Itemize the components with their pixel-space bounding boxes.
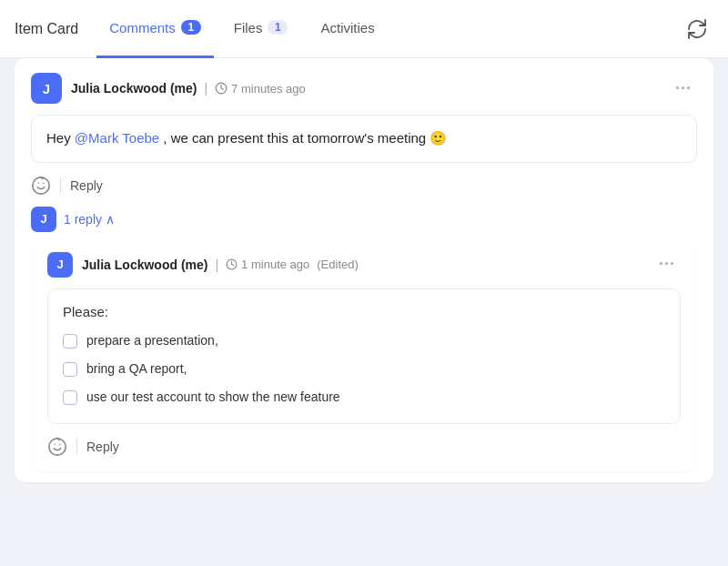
checkbox-1[interactable]: [63, 334, 77, 349]
more-options-button-r1[interactable]: ···: [653, 253, 681, 276]
reply-message-1: Please: prepare a presentation, bring a …: [47, 288, 681, 425]
mention-mark: @Mark Toebe: [75, 130, 159, 146]
comment-card-1: J Julia Lockwood (me) | 7 minutes ago ··…: [15, 58, 713, 482]
checklist: prepare a presentation, bring a QA repor…: [63, 328, 665, 410]
reply-edited-label: (Edited): [317, 258, 359, 271]
avatar-julia-reply: J: [31, 207, 56, 232]
tab-activities[interactable]: Activities: [308, 0, 387, 58]
tab-activities-label: Activities: [320, 20, 374, 35]
checklist-item-2: bring a QA report,: [63, 359, 665, 379]
comment-meta-1: Julia Lockwood (me) | 7 minutes ago: [71, 81, 661, 96]
comment-actions-1: Reply: [31, 172, 697, 199]
comments-content: J Julia Lockwood (me) | 7 minutes ago ··…: [0, 58, 728, 506]
more-options-button-1[interactable]: ···: [670, 77, 697, 100]
checklist-item-1-text: prepare a presentation,: [86, 331, 218, 350]
reply-button-r1[interactable]: Reply: [86, 440, 119, 454]
avatar-julia-r1: J: [47, 252, 73, 278]
comment-header-1: J Julia Lockwood (me) | 7 minutes ago ··…: [31, 73, 697, 104]
checklist-item-3-text: use our test account to show the new fea…: [86, 388, 340, 407]
message-prefix-1: Hey: [46, 130, 75, 146]
clock-icon-r1: [226, 258, 238, 270]
header: Item Card Comments 1 Files 1 Activities: [0, 0, 728, 58]
reply-author-1: Julia Lockwood (me): [82, 258, 207, 272]
reply-meta-1: Julia Lockwood (me) | 1 minute ago (Edit…: [82, 258, 644, 272]
emoji-reaction-button-1[interactable]: [31, 176, 51, 196]
reply-header-1: J Julia Lockwood (me) | 1 minute ago (Ed…: [47, 252, 681, 278]
item-card-title: Item Card: [15, 21, 78, 37]
reply-actions-1: Reply: [47, 433, 681, 460]
comment-message-1: Hey @Mark Toebe , we can present this at…: [31, 115, 697, 163]
checklist-intro: Please:: [63, 302, 665, 323]
action-divider-r1: [76, 439, 77, 455]
avatar-julia: J: [31, 73, 62, 104]
meta-sep-1: |: [204, 81, 207, 96]
tab-files[interactable]: Files 1: [221, 0, 301, 58]
replies-toggle-1[interactable]: J 1 reply ∧: [31, 207, 697, 232]
tab-comments-label: Comments: [109, 20, 176, 35]
tab-files-label: Files: [234, 20, 263, 35]
tab-comments[interactable]: Comments 1: [96, 0, 214, 58]
checkbox-2[interactable]: [63, 362, 77, 377]
reply-button-1[interactable]: Reply: [70, 178, 103, 193]
checklist-item-1: prepare a presentation,: [63, 331, 665, 350]
svg-point-1: [33, 177, 49, 193]
reply-time-1: 1 minute ago: [226, 258, 309, 271]
tab-comments-badge: 1: [181, 20, 201, 35]
comment-author-1: Julia Lockwood (me): [71, 81, 197, 96]
emoji-reaction-button-r1[interactable]: [47, 437, 67, 457]
checklist-item-2-text: bring a QA report,: [86, 359, 187, 379]
clock-icon-1: [215, 82, 228, 95]
checkbox-3[interactable]: [63, 390, 77, 405]
message-suffix-1: , we can present this at tomorrow's meet…: [159, 130, 447, 146]
replies-count-label: 1 reply ∧: [64, 212, 115, 227]
comment-time-1: 7 minutes ago: [215, 82, 306, 96]
tab-files-badge: 1: [268, 20, 288, 35]
meta-sep-r1: |: [215, 258, 218, 272]
checklist-item-3: use our test account to show the new fea…: [63, 388, 665, 407]
sync-icon-button[interactable]: [681, 13, 713, 45]
reply-card-1: J Julia Lockwood (me) | 1 minute ago (Ed…: [31, 239, 697, 472]
svg-point-5: [49, 439, 66, 455]
action-divider-1: [60, 177, 61, 194]
